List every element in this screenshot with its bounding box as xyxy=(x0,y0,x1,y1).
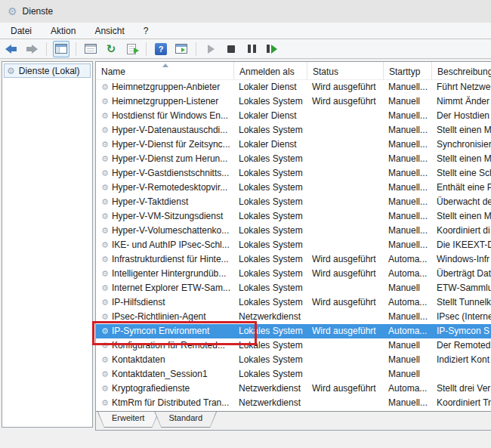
services-list-panel: Name Anmelden als Status Starttyp Beschr… xyxy=(95,61,491,431)
show-description-button[interactable] xyxy=(173,41,190,57)
service-logon: Netzwerkdienst xyxy=(234,396,307,410)
pause-icon xyxy=(248,45,256,53)
sort-ascending-icon xyxy=(162,63,168,67)
service-name-cell: ⚙Hyper-V-Dienst für Zeitsync... xyxy=(96,137,234,152)
service-description xyxy=(432,367,491,382)
table-row[interactable]: ⚙Konfiguration für Remoted...Lokales Sys… xyxy=(96,338,491,353)
table-row[interactable]: ⚙Hyper-V-Gastdienstschnitts...Lokales Sy… xyxy=(96,166,491,181)
table-row[interactable]: ⚙KtmRm für Distributed Tran...Netzwerkdi… xyxy=(96,396,491,410)
menu-ansicht[interactable]: Ansicht xyxy=(94,26,124,36)
service-name: Hyper-V-Gastdienstschnitts... xyxy=(112,166,229,181)
table-row[interactable]: ⚙IKE- und AuthIP IPsec-Schl...Lokales Sy… xyxy=(96,238,491,252)
service-starttype: Manuell xyxy=(384,367,432,382)
service-name: Hyper-V-VM-Sitzungsdienst xyxy=(112,209,223,224)
list-header: Name Anmelden als Status Starttyp Beschr… xyxy=(96,62,491,80)
stop-service-button[interactable] xyxy=(223,41,239,57)
table-row[interactable]: ⚙IP-Symcon EnvironmentLokales SystemWird… xyxy=(96,324,491,338)
table-row[interactable]: ⚙Hyper-V-Datenaustauschdi...Lokales Syst… xyxy=(96,123,491,137)
column-header-starttyp[interactable]: Starttyp xyxy=(384,62,432,79)
column-header-anmelden-als[interactable]: Anmelden als xyxy=(234,62,307,79)
table-row[interactable]: ⚙KryptografiediensteNetzwerkdienstWird a… xyxy=(96,382,491,396)
service-logon: Lokales System xyxy=(234,123,307,137)
service-starttype: Manuell... xyxy=(384,224,432,238)
service-status xyxy=(307,353,384,367)
console-tree-icon xyxy=(55,44,67,54)
service-description: Nimmt Änder xyxy=(432,94,491,109)
service-gear-icon: ⚙ xyxy=(101,356,109,364)
back-arrow-icon xyxy=(5,45,17,54)
menu-aktion[interactable]: Aktion xyxy=(51,26,76,36)
service-name-cell: ⚙IPsec-Richtlinien-Agent xyxy=(96,310,234,324)
service-name-cell: ⚙Hyper-V-Dienst zum Herun... xyxy=(96,152,234,166)
service-status xyxy=(307,123,384,137)
service-description: Stellt drei Ver xyxy=(432,382,491,396)
window-title: Dienste xyxy=(23,6,54,17)
table-row[interactable]: ⚙Heimnetzgruppen-AnbieterLokaler DienstW… xyxy=(96,80,491,94)
menu-datei[interactable]: Datei xyxy=(11,26,32,36)
service-status xyxy=(307,166,384,181)
service-name-cell: ⚙Hyper-V-Volumeschattenko... xyxy=(96,224,234,238)
pause-service-button[interactable] xyxy=(243,41,260,57)
service-gear-icon: ⚙ xyxy=(101,198,109,206)
table-row[interactable]: ⚙Hyper-V-TaktdienstLokales SystemManuell… xyxy=(96,195,491,209)
service-description: ETW-Sammlu xyxy=(432,281,491,295)
table-row[interactable]: ⚙Hyper-V-Volumeschattenko...Lokales Syst… xyxy=(96,224,491,238)
help-button[interactable]: ? xyxy=(153,41,169,57)
service-gear-icon: ⚙ xyxy=(101,184,109,192)
service-name-cell: ⚙Internet Explorer ETW-Sam... xyxy=(96,281,234,295)
service-logon: Lokales System xyxy=(234,295,307,310)
column-header-status[interactable]: Status xyxy=(307,62,384,79)
table-row[interactable]: ⚙Hyper-V-Dienst für Zeitsync...Lokaler D… xyxy=(96,137,491,152)
service-description: Stellt einen M xyxy=(432,152,491,166)
export-list-button[interactable] xyxy=(123,41,140,57)
table-row[interactable]: ⚙Infrastrukturdienst für Hinte...Lokales… xyxy=(96,252,491,267)
service-name: Infrastrukturdienst für Hinte... xyxy=(112,252,229,267)
tab-erweitert-label: Erweitert xyxy=(98,412,158,427)
restart-service-button[interactable] xyxy=(264,41,280,57)
service-starttype: Manuell... xyxy=(384,109,432,123)
menu-help[interactable]: ? xyxy=(144,26,149,36)
column-header-beschreibung[interactable]: Beschreibung xyxy=(432,62,491,79)
tab-erweitert[interactable]: Erweitert xyxy=(97,412,159,428)
forward-arrow-icon xyxy=(26,45,38,54)
table-row[interactable]: ⚙Hyper-V-VM-SitzungsdienstLokales System… xyxy=(96,209,491,224)
service-description: Überwacht de xyxy=(432,195,491,209)
service-name-cell: ⚙Intelligenter Hintergrundüb... xyxy=(96,267,234,281)
service-logon: Lokales System xyxy=(234,338,307,353)
service-name: Hyper-V-Taktdienst xyxy=(112,195,188,209)
table-row[interactable]: ⚙Heimnetzgruppen-ListenerLokales SystemW… xyxy=(96,94,491,109)
start-service-button[interactable] xyxy=(202,41,219,57)
table-row[interactable]: ⚙IPsec-Richtlinien-AgentNetzwerkdienstMa… xyxy=(96,310,491,324)
show-console-tree-button[interactable] xyxy=(53,41,69,57)
table-row[interactable]: ⚙IP-HilfsdienstLokales SystemWird ausgef… xyxy=(96,295,491,310)
table-row[interactable]: ⚙Hyper-V-Dienst zum Herun...Lokales Syst… xyxy=(96,152,491,166)
service-gear-icon: ⚙ xyxy=(101,385,109,393)
service-status xyxy=(307,152,384,166)
table-row[interactable]: ⚙Intelligenter Hintergrundüb...Lokales S… xyxy=(96,267,491,281)
service-description: Windows-Infr xyxy=(432,252,491,267)
forward-button[interactable] xyxy=(23,41,40,57)
service-status xyxy=(307,209,384,224)
service-starttype: Automa... xyxy=(384,382,432,396)
service-gear-icon: ⚙ xyxy=(101,313,109,321)
status-bar xyxy=(0,431,491,448)
table-row[interactable]: ⚙Internet Explorer ETW-Sam...Lokales Sys… xyxy=(96,281,491,295)
service-description: Stellt eine Sch xyxy=(432,166,491,181)
properties-button[interactable] xyxy=(82,41,99,57)
tab-standard[interactable]: Standard xyxy=(154,412,217,428)
tree-item-dienste-lokal[interactable]: ⚙ Dienste (Lokal) xyxy=(4,63,91,78)
table-row[interactable]: ⚙KontaktdatenLokales SystemManuellIndizi… xyxy=(96,353,491,367)
stop-icon xyxy=(227,45,235,53)
service-description: Indiziert Kont xyxy=(432,353,491,367)
service-logon: Lokales System xyxy=(234,94,307,109)
service-status xyxy=(307,396,384,410)
table-row[interactable]: ⚙Kontaktdaten_Session1Lokales SystemManu… xyxy=(96,367,491,382)
table-row[interactable]: ⚙Hostdienst für Windows En...Lokaler Die… xyxy=(96,109,491,123)
back-button[interactable] xyxy=(3,41,20,57)
service-name: Kryptografiedienste xyxy=(112,382,190,396)
table-row[interactable]: ⚙Hyper-V-Remotedesktopvir...Lokales Syst… xyxy=(96,181,491,195)
refresh-button[interactable]: ↻ xyxy=(103,41,119,57)
service-gear-icon: ⚙ xyxy=(101,112,109,120)
service-starttype: Manuell... xyxy=(384,195,432,209)
service-logon: Lokaler Dienst xyxy=(234,80,307,94)
